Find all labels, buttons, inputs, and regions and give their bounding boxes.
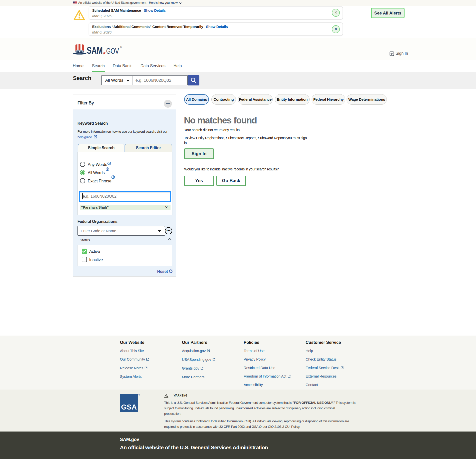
svg-text:SAM: SAM	[87, 45, 103, 56]
svg-text:GOV: GOV	[106, 47, 119, 55]
svg-text:®: ®	[120, 45, 122, 48]
